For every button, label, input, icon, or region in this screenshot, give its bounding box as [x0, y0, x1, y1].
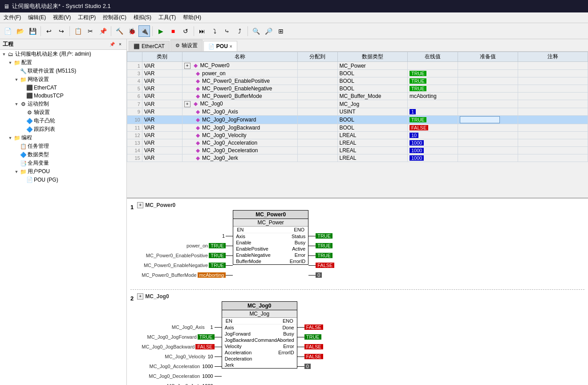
row-name: ◆ MC_Power0_EnableNegative: [182, 85, 297, 93]
build-button[interactable]: 🔨: [114, 25, 125, 37]
left-pin-var: MC_Power0_EnablePositive: [146, 253, 209, 258]
sidebar-item-axis[interactable]: ▶ ⚙ 轴设置: [0, 108, 126, 117]
save-button[interactable]: 💾: [27, 25, 38, 37]
sidebar-item-pou-pg[interactable]: ▶ 📄 POU (PG): [0, 176, 126, 184]
copy-button[interactable]: 📋: [72, 25, 84, 37]
table-row[interactable]: 15 VAR ◆ MC_Jog0_Jerk LREAL 1000: [127, 154, 588, 162]
left-pin-var: MC_Jog0_Jerk: [167, 383, 201, 385]
connect-button[interactable]: 🔌: [138, 25, 150, 37]
open-button[interactable]: 📂: [14, 25, 26, 37]
menu-simulate[interactable]: 模拟(S): [130, 12, 155, 23]
step-over-button[interactable]: ⤵: [209, 25, 220, 37]
table-row[interactable]: 14 VAR ◆ MC_Jog0_Deceleration LREAL 1000: [127, 147, 588, 154]
sidebar-item-network[interactable]: ▼ 📁 网络设置: [0, 75, 126, 84]
fb2-right-pins: FALSE TRUE: [297, 301, 323, 372]
section-num-1: 1: [130, 204, 134, 211]
sidebar-close-button[interactable]: ×: [117, 41, 124, 48]
tab-pou-close[interactable]: ×: [230, 44, 232, 49]
fb1-pin-enable: Enable Busy: [233, 239, 308, 246]
var-table-container: 类别 名称 分配到 数据类型 在线值 准备值 注释 1: [127, 52, 588, 199]
sidebar-item-userpou[interactable]: ▼ 📁 用户POU: [0, 167, 126, 176]
table-row[interactable]: 5 VAR ◆ MC_Power0_EnableNegative BOOL TR…: [127, 85, 588, 93]
menu-project[interactable]: 工程(P): [74, 12, 99, 23]
expand-icon[interactable]: +: [184, 101, 191, 107]
sidebar-item-project[interactable]: ▼ 🗂 让伺服电机动起来 (用户: admin): [0, 50, 126, 58]
row-comment: [518, 139, 588, 147]
content-area: ⬛ EtherCAT ⚙ 轴设置 📄 POU ×: [127, 39, 588, 385]
titlebar: 🖥 让伺服电机动起来* - Sysctrl Studio 2.1: [0, 0, 588, 12]
sidebar-item-modbus[interactable]: ▶ ⬛ ModbusTCP: [0, 92, 126, 100]
sidebar-item-programming[interactable]: ▼ 📁 编程: [0, 134, 126, 142]
sidebar-item-tasks[interactable]: ▶ 📋 任务管理: [0, 142, 126, 150]
fit-button[interactable]: ⊞: [275, 25, 287, 37]
row-name: ◆ MC_Jog0_JogForward: [182, 116, 297, 124]
pin-left: Velocity: [225, 344, 242, 349]
var-diamond: ◆: [196, 70, 200, 77]
row-dtype: BOOL: [337, 70, 408, 77]
zoom-out-button[interactable]: 🔎: [263, 25, 274, 37]
row-name: ◆ MC_Jog0_Acceleration: [182, 139, 297, 147]
table-row[interactable]: 11 VAR ◆ MC_Jog0_JogBackward BOOL FALSE: [127, 124, 588, 132]
reset-button[interactable]: ↺: [180, 25, 191, 37]
online-value: 1: [410, 109, 416, 114]
cut-button[interactable]: ✂: [85, 25, 96, 37]
step-button[interactable]: ⏭: [196, 25, 208, 37]
menu-tools[interactable]: 工具(T): [155, 12, 179, 23]
programming-label: 编程: [21, 134, 32, 142]
run-button[interactable]: ▶: [155, 25, 166, 37]
sep5: [194, 26, 194, 36]
table-row[interactable]: 9 VAR ◆ MC_Jog0_Axis USINT 1: [127, 108, 588, 116]
ready-value-input[interactable]: [460, 116, 500, 123]
tab-ethercat[interactable]: ⬛ EtherCAT: [129, 41, 170, 51]
sidebar-item-globalvars[interactable]: ▶ 📑 全局变量: [0, 159, 126, 167]
en-label: EN: [226, 318, 232, 324]
table-row[interactable]: 12 VAR ◆ MC_Jog0_Velocity LREAL 10: [127, 132, 588, 139]
menu-file[interactable]: 文件(F): [0, 12, 24, 23]
sidebar-item-ethercat[interactable]: ▶ ⬛ EtherCAT: [0, 84, 126, 92]
row-ready[interactable]: [458, 116, 518, 124]
sidebar-item-datatypes[interactable]: ▶ 🔷 数据类型: [0, 150, 126, 159]
step-into-button[interactable]: ⤷: [221, 25, 233, 37]
menu-controller[interactable]: 控制器(C): [99, 12, 130, 23]
row-dtype: MC_Power: [337, 62, 408, 70]
sidebar-pin-button[interactable]: 📌: [109, 41, 116, 48]
wire: [215, 337, 222, 337]
expand-icon[interactable]: +: [184, 63, 191, 69]
zoom-in-button[interactable]: 🔍: [250, 25, 262, 37]
table-row[interactable]: 3 VAR ◆ power_on BOOL TRUE: [127, 70, 588, 77]
table-row[interactable]: 6 VAR ◆ MC_Power0_BufferMode MC_Buffer_M…: [127, 93, 588, 100]
fb1-expand[interactable]: +: [137, 202, 143, 208]
paste-button[interactable]: 📌: [97, 25, 109, 37]
row-name: ◆ MC_Jog0_Jerk: [182, 154, 297, 162]
row-ready: [458, 132, 518, 139]
wire: [297, 337, 304, 337]
wire: [308, 255, 316, 256]
sidebar-item-hw[interactable]: ▶ 🔧 联硬件设置 (M511S): [0, 67, 126, 75]
sidebar-item-trace[interactable]: ▶ 🔷 跟踪列表: [0, 125, 126, 134]
sidebar-item-motion[interactable]: ▼ ⚙ 运动控制: [0, 100, 126, 108]
row-dtype: BOOL: [337, 77, 408, 85]
right-pin-val: 0: [316, 272, 322, 278]
sidebar-item-cam[interactable]: ▶ 🔷 电子凸轮: [0, 117, 126, 125]
new-button[interactable]: 📄: [2, 25, 13, 37]
pin-left: Acceleration: [225, 350, 252, 355]
cam-label: 电子凸轮: [34, 117, 55, 125]
tab-axis-settings[interactable]: ⚙ 轴设置: [170, 40, 203, 51]
undo-button[interactable]: ↩: [43, 25, 55, 37]
stop-button[interactable]: ■: [167, 25, 179, 37]
sidebar-item-config[interactable]: ▼ 📁 配置: [0, 58, 126, 67]
menu-edit[interactable]: 编辑(E): [24, 12, 49, 23]
debug-button[interactable]: 🐞: [126, 25, 138, 37]
fb2-expand[interactable]: +: [137, 293, 143, 300]
redo-button[interactable]: ↪: [56, 25, 67, 37]
table-row[interactable]: 10 VAR ◆ MC_Jog0_JogForward BOOL TRUE: [127, 116, 588, 124]
menu-help[interactable]: 帮助(H): [179, 12, 205, 23]
step-out-button[interactable]: ⤴: [234, 25, 245, 37]
table-row[interactable]: 13 VAR ◆ MC_Jog0_Acceleration LREAL 1000: [127, 139, 588, 147]
table-row[interactable]: 4 VAR ◆ MC_Power0_EnablePositive BOOL TR…: [127, 77, 588, 85]
app-icon: 🖥: [4, 3, 9, 10]
table-row[interactable]: 1 VAR + ◆ MC_Power0 MC_Power: [127, 62, 588, 70]
tab-pou[interactable]: 📄 POU ×: [203, 41, 237, 51]
table-row[interactable]: 7 VAR + ◆ MC_Jog0 MC_Jog: [127, 100, 588, 108]
menu-view[interactable]: 视图(V): [49, 12, 74, 23]
